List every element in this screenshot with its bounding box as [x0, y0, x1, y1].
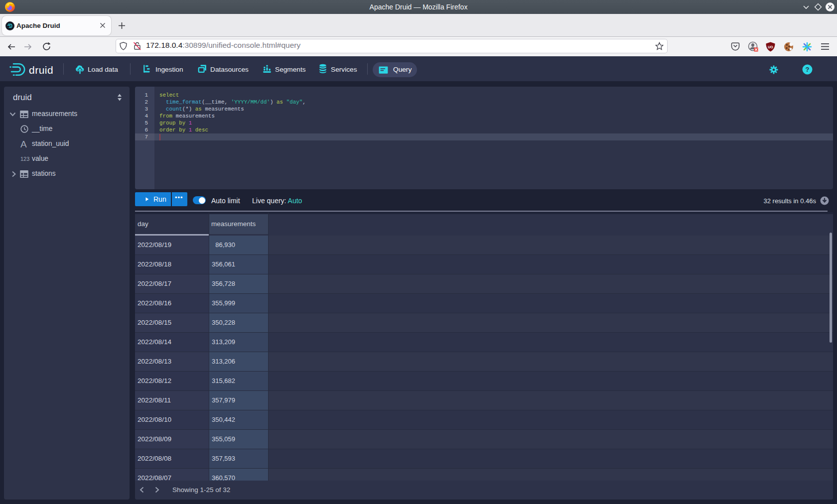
svg-text:UO: UO — [768, 45, 773, 49]
svg-text:?: ? — [806, 66, 810, 73]
